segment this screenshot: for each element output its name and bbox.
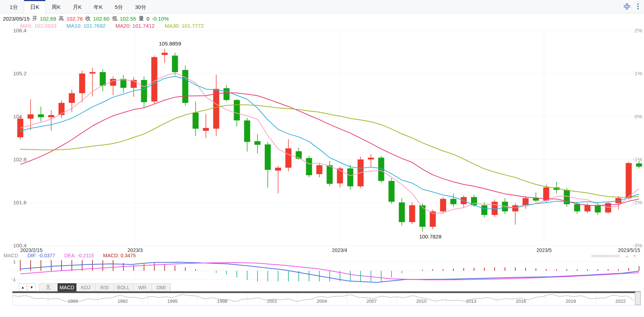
svg-text:2022: 2022 [616,299,626,304]
svg-text:104: 104 [13,113,22,119]
pane-down-icon[interactable]: ▼ [633,254,637,258]
svg-text:2023/3: 2023/3 [128,247,143,253]
svg-text:106.4: 106.4 [13,27,27,33]
macd-header: MACDDIF: -0.0377DEA: -0.2115MACD: 0.3475 [4,253,145,258]
indicator-up-button[interactable]: ▲ [19,283,27,291]
svg-text:101.6: 101.6 [13,199,27,205]
indicator-tab-1[interactable]: MACD [58,283,76,291]
pane-up-icon[interactable]: ▲ [625,254,629,258]
svg-text:2%: 2% [634,27,642,33]
svg-text:2007: 2007 [367,299,377,304]
svg-text:2023/4: 2023/4 [332,247,347,253]
indicator-tab-3[interactable]: RSI [95,283,114,291]
candlestick-chart[interactable]: 106.42%105.21%1040%102.8-1%101.6-2%100.4… [11,27,642,253]
svg-text:1995: 1995 [167,299,178,304]
svg-text:2023/2/15: 2023/2/15 [20,247,42,253]
macd-value-0: DIF: -0.0377 [27,253,55,258]
timeline-scrubber[interactable]: 1989199219951998200120042007201020132016… [12,291,640,305]
svg-text:1: 1 [13,259,16,264]
svg-text:2019: 2019 [566,299,576,304]
svg-text:2010: 2010 [416,299,427,304]
pane-resize-handle: ▲ ▼ [592,254,640,258]
svg-text:0%: 0% [634,113,642,119]
indicator-tab-bar: ▲▼无MACDKDJRSIBOLLWRDMI [19,283,171,291]
indicator-tab-5[interactable]: WR [133,283,152,291]
svg-text:-1%: -1% [633,156,642,162]
indicator-tab-6[interactable]: DMI [152,283,171,291]
svg-text:-1: -1 [11,277,16,282]
svg-text:105.2: 105.2 [13,70,27,76]
svg-text:1%: 1% [634,70,642,76]
macd-value-2: MACD: 0.3475 [103,253,136,258]
svg-text:2023/5: 2023/5 [537,247,552,253]
indicator-tab-4[interactable]: BOLL [114,283,133,291]
svg-text:2013: 2013 [466,299,477,304]
svg-text:2023/5/15: 2023/5/15 [618,247,640,253]
indicator-tab-2[interactable]: KDJ [76,283,95,291]
svg-text:100.7828: 100.7828 [419,233,442,240]
timeline-scroll-thumb[interactable] [635,292,640,305]
trading-chart-app: 1分日K周K月K年K5分30分 2023/05/15开102.69高102.76… [0,0,644,317]
indicator-down-button[interactable]: ▼ [28,283,36,291]
macd-title: MACD [4,253,18,258]
svg-text:1992: 1992 [118,299,128,304]
svg-text:102.8: 102.8 [13,156,27,162]
svg-text:2004: 2004 [317,299,327,304]
drag-dots-icon[interactable] [592,255,620,257]
svg-text:105.8859: 105.8859 [159,41,181,47]
indicator-tab-0[interactable]: 无 [39,283,58,291]
macd-panel-plot[interactable]: 1-1 [11,259,642,283]
chart-layer: 106.42%105.21%1040%102.8-1%101.6-2%100.4… [0,0,644,317]
svg-text:2016: 2016 [516,299,526,304]
macd-value-1: DEA: -0.2115 [64,253,94,258]
